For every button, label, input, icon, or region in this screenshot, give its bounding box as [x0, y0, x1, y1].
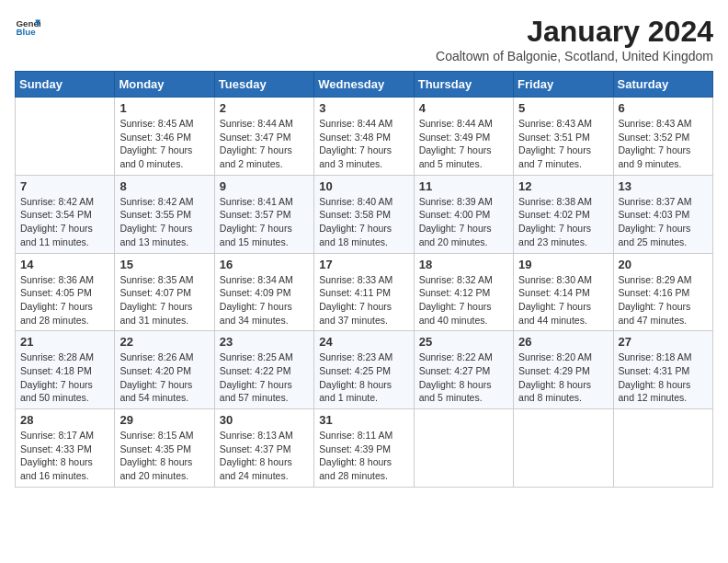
calendar-cell: 12Sunrise: 8:38 AM Sunset: 4:02 PM Dayli…	[514, 175, 613, 253]
day-number: 10	[319, 179, 408, 193]
weekday-header-wednesday: Wednesday	[314, 72, 414, 98]
day-info: Sunrise: 8:44 AM Sunset: 3:49 PM Dayligh…	[419, 117, 508, 171]
calendar-week-row: 28Sunrise: 8:17 AM Sunset: 4:33 PM Dayli…	[16, 409, 713, 488]
page-header: General Blue January 2024 Coaltown of Ba…	[15, 15, 713, 63]
calendar-cell: 1Sunrise: 8:45 AM Sunset: 3:46 PM Daylig…	[115, 98, 214, 176]
calendar-week-row: 7Sunrise: 8:42 AM Sunset: 3:54 PM Daylig…	[16, 175, 713, 253]
calendar-cell: 8Sunrise: 8:42 AM Sunset: 3:55 PM Daylig…	[115, 175, 214, 253]
calendar-cell: 6Sunrise: 8:43 AM Sunset: 3:52 PM Daylig…	[613, 98, 712, 176]
month-title: January 2024	[436, 15, 713, 49]
calendar-cell: 29Sunrise: 8:15 AM Sunset: 4:35 PM Dayli…	[115, 409, 214, 488]
svg-text:Blue: Blue	[16, 27, 36, 37]
calendar-cell: 19Sunrise: 8:30 AM Sunset: 4:14 PM Dayli…	[514, 253, 613, 331]
day-number: 17	[319, 258, 408, 271]
calendar-cell	[16, 98, 115, 176]
title-block: January 2024 Coaltown of Balgonie, Scotl…	[436, 15, 713, 63]
day-number: 26	[518, 335, 608, 349]
day-info: Sunrise: 8:32 AM Sunset: 4:12 PM Dayligh…	[419, 273, 508, 327]
calendar-cell: 15Sunrise: 8:35 AM Sunset: 4:07 PM Dayli…	[115, 253, 214, 331]
calendar-cell: 11Sunrise: 8:39 AM Sunset: 4:00 PM Dayli…	[414, 175, 513, 253]
day-info: Sunrise: 8:44 AM Sunset: 3:47 PM Dayligh…	[220, 117, 309, 171]
day-info: Sunrise: 8:20 AM Sunset: 4:29 PM Dayligh…	[518, 350, 608, 405]
day-number: 27	[619, 335, 708, 349]
day-info: Sunrise: 8:40 AM Sunset: 3:58 PM Dayligh…	[319, 195, 408, 249]
day-number: 29	[119, 413, 209, 427]
calendar-cell: 25Sunrise: 8:22 AM Sunset: 4:27 PM Dayli…	[414, 331, 513, 409]
day-number: 31	[319, 413, 408, 427]
calendar-cell: 22Sunrise: 8:26 AM Sunset: 4:20 PM Dayli…	[115, 331, 214, 409]
calendar-cell: 9Sunrise: 8:41 AM Sunset: 3:57 PM Daylig…	[214, 175, 313, 253]
day-number: 15	[119, 258, 209, 271]
weekday-header-saturday: Saturday	[613, 72, 712, 98]
calendar-cell: 23Sunrise: 8:25 AM Sunset: 4:22 PM Dayli…	[214, 331, 313, 409]
day-info: Sunrise: 8:22 AM Sunset: 4:27 PM Dayligh…	[419, 350, 508, 405]
calendar-week-row: 1Sunrise: 8:45 AM Sunset: 3:46 PM Daylig…	[16, 98, 713, 176]
day-info: Sunrise: 8:39 AM Sunset: 4:00 PM Dayligh…	[419, 195, 508, 249]
weekday-header-monday: Monday	[115, 72, 214, 98]
day-number: 28	[20, 413, 109, 427]
weekday-header-sunday: Sunday	[16, 72, 115, 98]
day-info: Sunrise: 8:26 AM Sunset: 4:20 PM Dayligh…	[119, 350, 209, 405]
calendar-week-row: 21Sunrise: 8:28 AM Sunset: 4:18 PM Dayli…	[16, 331, 713, 409]
calendar-cell: 4Sunrise: 8:44 AM Sunset: 3:49 PM Daylig…	[414, 98, 513, 176]
day-number: 14	[20, 258, 109, 271]
location-subtitle: Coaltown of Balgonie, Scotland, United K…	[436, 49, 713, 63]
day-number: 3	[319, 101, 408, 115]
day-info: Sunrise: 8:34 AM Sunset: 4:09 PM Dayligh…	[220, 273, 309, 327]
calendar-cell: 30Sunrise: 8:13 AM Sunset: 4:37 PM Dayli…	[214, 409, 313, 488]
calendar-cell: 16Sunrise: 8:34 AM Sunset: 4:09 PM Dayli…	[214, 253, 313, 331]
calendar-cell	[414, 409, 513, 488]
calendar-table: SundayMondayTuesdayWednesdayThursdayFrid…	[15, 71, 713, 488]
day-info: Sunrise: 8:36 AM Sunset: 4:05 PM Dayligh…	[20, 273, 109, 327]
day-number: 19	[518, 258, 608, 271]
calendar-cell: 20Sunrise: 8:29 AM Sunset: 4:16 PM Dayli…	[613, 253, 712, 331]
day-number: 11	[419, 179, 508, 193]
weekday-header-thursday: Thursday	[414, 72, 513, 98]
calendar-cell: 28Sunrise: 8:17 AM Sunset: 4:33 PM Dayli…	[16, 409, 115, 488]
day-number: 12	[518, 179, 608, 193]
day-number: 20	[619, 258, 708, 271]
calendar-cell: 26Sunrise: 8:20 AM Sunset: 4:29 PM Dayli…	[514, 331, 613, 409]
calendar-week-row: 14Sunrise: 8:36 AM Sunset: 4:05 PM Dayli…	[16, 253, 713, 331]
day-number: 30	[220, 413, 309, 427]
calendar-cell: 10Sunrise: 8:40 AM Sunset: 3:58 PM Dayli…	[314, 175, 414, 253]
day-info: Sunrise: 8:38 AM Sunset: 4:02 PM Dayligh…	[518, 195, 608, 249]
day-info: Sunrise: 8:30 AM Sunset: 4:14 PM Dayligh…	[518, 273, 608, 327]
calendar-cell: 5Sunrise: 8:43 AM Sunset: 3:51 PM Daylig…	[514, 98, 613, 176]
calendar-cell: 27Sunrise: 8:18 AM Sunset: 4:31 PM Dayli…	[613, 331, 712, 409]
calendar-cell: 13Sunrise: 8:37 AM Sunset: 4:03 PM Dayli…	[613, 175, 712, 253]
day-number: 22	[119, 335, 209, 349]
weekday-header-row: SundayMondayTuesdayWednesdayThursdayFrid…	[16, 72, 713, 98]
day-info: Sunrise: 8:45 AM Sunset: 3:46 PM Dayligh…	[119, 117, 209, 171]
day-number: 1	[119, 101, 209, 115]
day-number: 8	[119, 179, 209, 193]
day-info: Sunrise: 8:25 AM Sunset: 4:22 PM Dayligh…	[220, 350, 309, 405]
day-info: Sunrise: 8:11 AM Sunset: 4:39 PM Dayligh…	[319, 429, 408, 483]
day-info: Sunrise: 8:17 AM Sunset: 4:33 PM Dayligh…	[20, 429, 109, 483]
calendar-cell: 18Sunrise: 8:32 AM Sunset: 4:12 PM Dayli…	[414, 253, 513, 331]
day-number: 18	[419, 258, 508, 271]
day-info: Sunrise: 8:28 AM Sunset: 4:18 PM Dayligh…	[20, 350, 109, 405]
calendar-cell: 24Sunrise: 8:23 AM Sunset: 4:25 PM Dayli…	[314, 331, 414, 409]
day-number: 25	[419, 335, 508, 349]
calendar-cell: 7Sunrise: 8:42 AM Sunset: 3:54 PM Daylig…	[16, 175, 115, 253]
calendar-cell: 21Sunrise: 8:28 AM Sunset: 4:18 PM Dayli…	[16, 331, 115, 409]
day-number: 7	[20, 179, 109, 193]
logo: General Blue	[15, 15, 40, 40]
calendar-cell: 17Sunrise: 8:33 AM Sunset: 4:11 PM Dayli…	[314, 253, 414, 331]
day-info: Sunrise: 8:43 AM Sunset: 3:51 PM Dayligh…	[518, 117, 608, 171]
day-number: 6	[619, 101, 708, 115]
calendar-cell: 14Sunrise: 8:36 AM Sunset: 4:05 PM Dayli…	[16, 253, 115, 331]
day-info: Sunrise: 8:29 AM Sunset: 4:16 PM Dayligh…	[619, 273, 708, 327]
day-number: 2	[220, 101, 309, 115]
day-info: Sunrise: 8:23 AM Sunset: 4:25 PM Dayligh…	[319, 350, 408, 405]
day-number: 16	[220, 258, 309, 271]
weekday-header-friday: Friday	[514, 72, 613, 98]
day-number: 9	[220, 179, 309, 193]
day-info: Sunrise: 8:44 AM Sunset: 3:48 PM Dayligh…	[319, 117, 408, 171]
day-number: 24	[319, 335, 408, 349]
calendar-cell: 2Sunrise: 8:44 AM Sunset: 3:47 PM Daylig…	[214, 98, 313, 176]
day-number: 13	[619, 179, 708, 193]
day-info: Sunrise: 8:13 AM Sunset: 4:37 PM Dayligh…	[220, 429, 309, 483]
calendar-cell: 3Sunrise: 8:44 AM Sunset: 3:48 PM Daylig…	[314, 98, 414, 176]
